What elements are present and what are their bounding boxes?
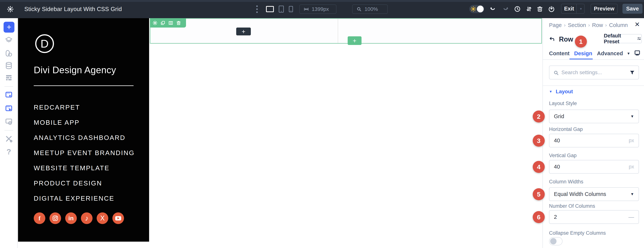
- row-trash-icon[interactable]: [176, 20, 181, 26]
- menu-item-website-template[interactable]: WEBSITE TEMPLATE: [34, 164, 110, 172]
- menu-item-analytics-dashboard[interactable]: ANALYTICS DASHBOARD: [34, 134, 126, 142]
- brand-title: Divi Design Agency: [34, 64, 116, 76]
- breadcrumb-separator: ›: [605, 22, 607, 28]
- instagram-icon[interactable]: [50, 212, 61, 224]
- vertical-gap-input[interactable]: [554, 164, 629, 170]
- menu-item-digital-experience[interactable]: DIGITAL EXPERIENCE: [34, 194, 114, 202]
- builder-theme-toggle[interactable]: [469, 5, 484, 13]
- x-glyph: X: [100, 214, 105, 222]
- database-icon[interactable]: [5, 62, 13, 70]
- selected-row[interactable]: + +: [150, 18, 542, 44]
- canvas-sticky-sidebar: D Divi Design Agency REDCARPET MOBILE AP…: [18, 18, 149, 242]
- exit-button[interactable]: Exit ▼: [561, 4, 584, 14]
- number-of-columns-input[interactable]: [554, 214, 628, 220]
- toggle-knob: [550, 238, 556, 244]
- row-duplicate-icon[interactable]: [160, 20, 166, 26]
- logo-letter: D: [40, 37, 48, 50]
- collapse-empty-columns-toggle[interactable]: [549, 237, 562, 246]
- canvas-zoom-control[interactable]: 100%: [352, 4, 388, 14]
- breadcrumb-row[interactable]: Row: [592, 22, 603, 28]
- layout-section-header[interactable]: ▼ Layout: [549, 88, 573, 94]
- youtube-icon[interactable]: [112, 212, 124, 224]
- default-preset-button[interactable]: Default Preset: [604, 34, 642, 43]
- x-twitter-icon[interactable]: X: [97, 212, 108, 224]
- vertical-gap-unit: px: [629, 164, 634, 170]
- tab-content[interactable]: Content: [549, 50, 570, 56]
- chevron-down-icon: ▼: [630, 114, 634, 118]
- interaction-mode-icon[interactable]: [5, 104, 13, 113]
- preview-eye-icon[interactable]: [5, 118, 13, 126]
- tabs-dropdown-caret-icon[interactable]: ▼: [627, 52, 630, 56]
- insert-module-button[interactable]: +: [4, 22, 14, 32]
- add-module-button[interactable]: +: [236, 28, 251, 36]
- linkedin-icon[interactable]: in: [65, 212, 77, 224]
- rail-divider: [4, 130, 13, 130]
- collapse-empty-columns-label: Collapse Empty Columns: [549, 230, 606, 236]
- menu-item-meetup-event-branding[interactable]: MEETUP EVENT BRANDING: [34, 149, 135, 156]
- layout-style-select[interactable]: Grid ▼: [549, 110, 639, 123]
- portability-icon[interactable]: [548, 6, 555, 12]
- sort-arrows-icon[interactable]: [526, 6, 532, 12]
- page-title: Sticky Sidebar Layout With CSS Grid: [24, 0, 122, 18]
- breadcrumb-page[interactable]: Page: [549, 22, 562, 28]
- close-icon[interactable]: ✕: [635, 21, 640, 28]
- responsive-monitor-icon[interactable]: [634, 50, 641, 56]
- annotation-badge-5: 5: [533, 188, 545, 200]
- preview-label: Preview: [594, 6, 614, 12]
- layout-section-title: Layout: [556, 88, 573, 94]
- help-icon[interactable]: ?: [5, 148, 13, 156]
- row-hover-toolbar: [150, 18, 186, 28]
- more-options-icon[interactable]: [256, 6, 258, 13]
- tablet-view-icon[interactable]: [279, 6, 284, 12]
- tab-advanced[interactable]: Advanced: [597, 50, 623, 56]
- redo-icon[interactable]: [502, 6, 509, 12]
- desktop-view-icon[interactable]: [266, 6, 274, 12]
- facebook-icon[interactable]: f: [34, 212, 45, 224]
- column-widths-value: Equal Width Columns: [554, 191, 630, 197]
- breadcrumb-section[interactable]: Section: [568, 22, 586, 28]
- sun-icon: [470, 6, 476, 12]
- tab-design[interactable]: Design: [574, 50, 592, 56]
- slider-handle[interactable]: —: [628, 214, 634, 220]
- number-of-columns-field: —: [549, 210, 639, 224]
- tiktok-icon[interactable]: ♪: [81, 212, 92, 224]
- row-more-options-icon[interactable]: [184, 20, 189, 26]
- row-columns-icon[interactable]: [168, 20, 173, 26]
- vertical-gap-field: px: [549, 160, 639, 174]
- menu-item-redcarpet[interactable]: REDCARPET: [34, 104, 80, 111]
- save-button[interactable]: Save: [622, 4, 642, 14]
- add-row-button[interactable]: +: [348, 36, 362, 45]
- facebook-glyph: f: [38, 215, 41, 222]
- history-icon[interactable]: [514, 6, 521, 12]
- column-widths-select[interactable]: Equal Width Columns ▼: [549, 187, 639, 201]
- menu-item-mobile-app[interactable]: MOBILE APP: [34, 119, 80, 126]
- breadcrumb-separator: ›: [588, 22, 590, 28]
- tools-icon[interactable]: [5, 135, 13, 143]
- trash-icon[interactable]: [536, 6, 543, 12]
- undo-icon[interactable]: [489, 6, 496, 12]
- breadcrumb-separator: ›: [564, 22, 566, 28]
- preview-button[interactable]: Preview: [590, 4, 618, 14]
- layers-icon[interactable]: [5, 36, 13, 44]
- horizontal-gap-unit: px: [629, 138, 634, 144]
- breadcrumb-column[interactable]: Column: [609, 22, 628, 28]
- filter-funnel-icon[interactable]: [629, 70, 635, 76]
- row-settings-gear-icon[interactable]: [152, 20, 158, 26]
- canvas-width-control[interactable]: 1399px: [299, 4, 336, 14]
- design-presets-icon[interactable]: [5, 49, 13, 58]
- section-caret-icon: ▼: [549, 90, 552, 94]
- back-arrow-icon[interactable]: [549, 36, 555, 42]
- annotation-badge-4: 4: [533, 161, 545, 173]
- horizontal-gap-label: Horizontal Gap: [549, 126, 583, 132]
- click-mode-icon[interactable]: [5, 91, 13, 99]
- horizontal-gap-input[interactable]: [554, 138, 629, 144]
- phone-view-icon[interactable]: [289, 6, 293, 12]
- exit-caret-icon[interactable]: ▼: [580, 7, 582, 11]
- divi-visual-builder: Sticky Sidebar Layout With CSS Grid 1399…: [0, 0, 644, 248]
- tiktok-glyph: ♪: [85, 214, 88, 222]
- page-settings-gear-icon[interactable]: [7, 6, 14, 13]
- annotation-badge-3: 3: [533, 135, 545, 147]
- search-input[interactable]: [562, 66, 623, 79]
- menu-item-product-design[interactable]: PRODUCT DESIGN: [34, 180, 102, 187]
- settings-list-icon[interactable]: [5, 74, 13, 82]
